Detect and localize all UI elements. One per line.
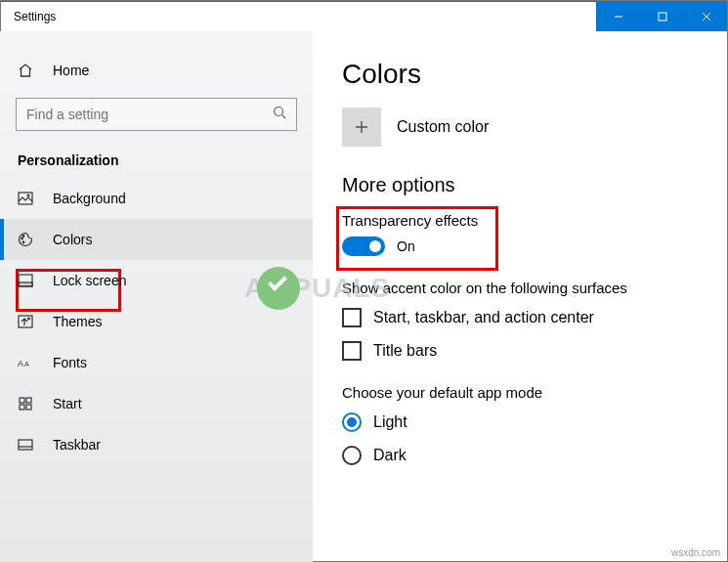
svg-rect-17 <box>20 398 24 403</box>
svg-rect-20 <box>26 405 31 410</box>
nav-colors[interactable]: Colors <box>0 219 313 260</box>
option-label: Title bars <box>373 342 437 360</box>
nav-taskbar[interactable]: Taskbar <box>0 424 313 465</box>
accent-surfaces-label: Show accent color on the following surfa… <box>342 280 708 296</box>
option-label: Start, taskbar, and action center <box>373 309 594 326</box>
taskbar-icon <box>18 437 33 453</box>
page-title: Colors <box>342 59 708 90</box>
nav-label: Background <box>53 191 126 206</box>
svg-rect-6 <box>19 193 32 204</box>
main-panel: Colors Custom color More options Transpa… <box>313 31 728 562</box>
nav-label: Lock screen <box>53 273 126 288</box>
accent-option-titlebars[interactable]: Title bars <box>342 341 708 361</box>
search-box[interactable] <box>16 98 297 131</box>
svg-point-7 <box>27 195 29 196</box>
radio[interactable] <box>342 446 362 465</box>
lockscreen-icon <box>18 273 33 288</box>
nav-label: Themes <box>53 314 103 329</box>
nav-background[interactable]: Background <box>0 178 313 219</box>
custom-color-row[interactable]: Custom color <box>342 108 708 147</box>
svg-point-14 <box>28 318 30 320</box>
search-input[interactable] <box>26 107 241 122</box>
svg-point-4 <box>275 108 283 116</box>
attribution: wsxdn.com <box>671 547 720 558</box>
titlebar: Settings <box>0 0 728 31</box>
option-label: Light <box>373 413 407 431</box>
nav-fonts[interactable]: AA Fonts <box>0 342 313 383</box>
maximize-button[interactable] <box>640 2 684 31</box>
close-button[interactable] <box>684 2 728 31</box>
start-icon <box>18 396 33 411</box>
app-mode-label: Choose your default app mode <box>342 384 708 401</box>
themes-icon <box>18 314 33 329</box>
svg-point-9 <box>22 236 24 238</box>
window-title: Settings <box>0 2 56 23</box>
nav-start[interactable]: Start <box>0 383 313 424</box>
svg-point-8 <box>21 238 23 239</box>
nav-label: Fonts <box>53 355 87 370</box>
home-icon <box>18 63 33 78</box>
svg-text:A: A <box>18 359 23 368</box>
app-mode-dark[interactable]: Dark <box>342 446 708 465</box>
checkbox[interactable] <box>342 341 362 361</box>
palette-icon <box>18 232 33 247</box>
nav-themes[interactable]: Themes <box>0 301 313 342</box>
svg-rect-13 <box>19 316 32 327</box>
transparency-state: On <box>397 238 415 254</box>
checkbox[interactable] <box>342 308 362 327</box>
nav-label: Taskbar <box>53 437 101 453</box>
transparency-label: Transparency effects <box>342 212 708 229</box>
accent-option-start[interactable]: Start, taskbar, and action center <box>342 308 708 327</box>
svg-point-10 <box>22 241 24 243</box>
window-controls <box>596 2 728 31</box>
category-header: Personalization <box>0 143 313 178</box>
nav-label: Colors <box>53 232 92 247</box>
svg-rect-1 <box>659 13 666 21</box>
svg-rect-21 <box>19 440 32 450</box>
custom-color-label: Custom color <box>397 118 489 136</box>
home-label: Home <box>53 63 89 78</box>
svg-rect-18 <box>26 398 31 403</box>
home-link[interactable]: Home <box>0 51 313 90</box>
transparency-toggle[interactable] <box>342 237 385 256</box>
sidebar: Home Personalization Background Colors <box>0 31 313 562</box>
nav-label: Start <box>53 396 82 411</box>
app-mode-light[interactable]: Light <box>342 412 708 432</box>
more-options-header: More options <box>342 174 708 196</box>
svg-text:A: A <box>24 361 29 368</box>
svg-line-5 <box>282 115 286 119</box>
nav-lockscreen[interactable]: Lock screen <box>0 260 313 301</box>
svg-rect-19 <box>20 405 24 410</box>
radio[interactable] <box>342 412 362 432</box>
option-label: Dark <box>373 447 407 464</box>
minimize-button[interactable] <box>596 2 640 31</box>
svg-rect-12 <box>19 282 32 286</box>
picture-icon <box>18 191 33 206</box>
fonts-icon: AA <box>18 355 33 370</box>
custom-color-swatch[interactable] <box>342 108 381 147</box>
search-icon <box>273 106 286 123</box>
